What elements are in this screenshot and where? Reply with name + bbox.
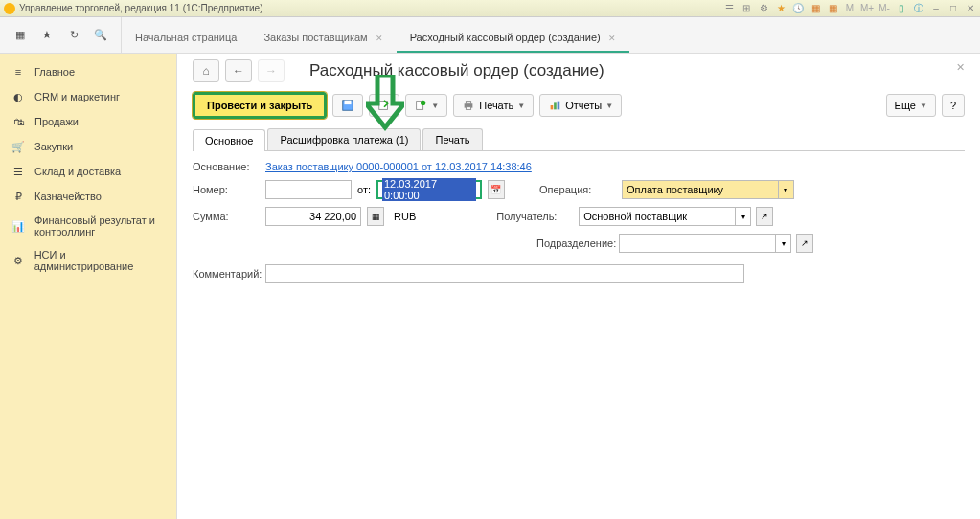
sidebar-item-warehouse[interactable]: ☰Склад и доставка bbox=[0, 159, 176, 184]
svg-rect-10 bbox=[558, 102, 560, 110]
number-label: Номер: bbox=[193, 184, 260, 195]
coin-icon: ₽ bbox=[11, 190, 25, 203]
calc-icon[interactable]: ▦ bbox=[367, 207, 384, 226]
tabs: Начальная страница Заказы поставщикам✕ Р… bbox=[122, 17, 629, 53]
title-bar: Управление торговлей, редакция 11 (1С:Пр… bbox=[0, 0, 980, 17]
post-close-button[interactable]: Провести и закрыть bbox=[193, 92, 327, 119]
comment-label: Комментарий: bbox=[193, 268, 260, 280]
recipient-label: Получатель: bbox=[496, 211, 573, 222]
chrome-icon[interactable]: ★ bbox=[775, 3, 786, 14]
subtab-main[interactable]: Основное bbox=[193, 129, 265, 151]
currency-label: RUB bbox=[394, 211, 416, 222]
dropdown-icon[interactable]: ▾ bbox=[735, 208, 750, 225]
svg-rect-1 bbox=[345, 101, 352, 104]
menu-icon: ≡ bbox=[11, 65, 25, 79]
number-input[interactable] bbox=[265, 180, 352, 199]
forward-button[interactable]: → bbox=[258, 59, 285, 82]
create-based-button[interactable]: ▼ bbox=[405, 94, 447, 117]
subtab-decode[interactable]: Расшифровка платежа (1) bbox=[267, 128, 421, 150]
svg-rect-8 bbox=[551, 105, 554, 109]
calendar-icon[interactable]: 📅 bbox=[488, 180, 505, 199]
sidebar-item-treasury[interactable]: ₽Казначейство bbox=[0, 184, 176, 209]
sum-input[interactable] bbox=[265, 207, 361, 226]
operation-label: Операция: bbox=[539, 184, 616, 195]
tab-close-icon[interactable]: ✕ bbox=[376, 34, 383, 43]
svg-rect-9 bbox=[554, 102, 557, 109]
svg-point-4 bbox=[421, 101, 425, 105]
back-button[interactable]: ← bbox=[225, 59, 252, 82]
app-icon bbox=[4, 3, 15, 14]
dropdown-icon[interactable]: ▾ bbox=[775, 235, 790, 252]
open-icon[interactable]: ↗ bbox=[756, 207, 773, 226]
content: ⌂ ← → Расходный кассовый ордер (создание… bbox=[177, 54, 980, 519]
cart-icon: 🛒 bbox=[11, 140, 25, 153]
date-input[interactable]: 12.03.2017 0:00:00 bbox=[376, 180, 482, 199]
bag-icon: 🛍 bbox=[11, 115, 25, 128]
chrome-calc-icon[interactable]: ▯ bbox=[896, 3, 907, 14]
info-icon[interactable]: ⓘ bbox=[913, 3, 924, 14]
chrome-icon[interactable]: M+ bbox=[861, 3, 873, 14]
chrome-icon[interactable]: ▦ bbox=[809, 3, 821, 14]
window-title: Управление торговлей, редакция 11 (1С:Пр… bbox=[19, 3, 723, 13]
reports-button[interactable]: Отчеты▼ bbox=[539, 94, 622, 117]
chrome-icon[interactable]: 🕓 bbox=[792, 3, 804, 14]
chrome-icon[interactable]: M bbox=[844, 3, 855, 14]
chrome-icon[interactable]: ⊞ bbox=[741, 3, 752, 14]
sidebar-item-purchases[interactable]: 🛒Закупки bbox=[0, 134, 176, 159]
sum-label: Сумма: bbox=[193, 211, 260, 222]
chrome-icon[interactable]: ⚙ bbox=[758, 3, 769, 14]
search-icon[interactable]: 🔍 bbox=[92, 27, 109, 44]
more-button[interactable]: Еще▼ bbox=[886, 94, 936, 117]
sidebar-item-main[interactable]: ≡Главное bbox=[0, 59, 176, 84]
star-icon[interactable]: ★ bbox=[38, 27, 56, 44]
history-icon[interactable]: ↻ bbox=[65, 27, 82, 44]
sidebar-item-sales[interactable]: 🛍Продажи bbox=[0, 109, 176, 134]
sub-tabs: Основное Расшифровка платежа (1) Печать bbox=[193, 128, 965, 151]
gear-icon: ⚙ bbox=[11, 254, 25, 267]
dropdown-icon[interactable]: ▾ bbox=[778, 181, 793, 198]
tab-orders[interactable]: Заказы поставщикам✕ bbox=[250, 22, 396, 53]
svg-rect-7 bbox=[467, 107, 471, 110]
comment-input[interactable] bbox=[265, 264, 744, 283]
basis-label: Основание: bbox=[193, 161, 260, 172]
division-select[interactable]: ▾ bbox=[619, 234, 791, 253]
close-page-icon[interactable]: ✕ bbox=[956, 61, 965, 74]
help-button[interactable]: ? bbox=[942, 94, 965, 117]
sidebar-item-finance[interactable]: 📊Финансовый результат и контроллинг bbox=[0, 209, 176, 243]
operation-select[interactable]: Оплата поставщику▾ bbox=[622, 180, 794, 199]
tab-cash-order[interactable]: Расходный кассовый ордер (создание)✕ bbox=[397, 22, 629, 53]
bars-icon: 📊 bbox=[11, 219, 25, 233]
sidebar-item-crm[interactable]: ◐CRM и маркетинг bbox=[0, 84, 176, 109]
post-button[interactable] bbox=[369, 94, 399, 117]
apps-icon[interactable]: ▦ bbox=[11, 27, 29, 44]
division-label: Подразделение: bbox=[536, 237, 613, 249]
open-icon[interactable]: ↗ bbox=[796, 234, 813, 253]
close-icon[interactable]: ✕ bbox=[965, 3, 976, 14]
subtab-print[interactable]: Печать bbox=[422, 128, 482, 150]
minimize-icon[interactable]: – bbox=[930, 3, 942, 14]
print-button[interactable]: Печать▼ bbox=[453, 94, 534, 117]
page-title: Расходный кассовый ордер (создание) bbox=[309, 61, 604, 80]
top-bar: ▦ ★ ↻ 🔍 Начальная страница Заказы постав… bbox=[0, 17, 980, 54]
save-button[interactable] bbox=[332, 94, 363, 117]
home-button[interactable]: ⌂ bbox=[193, 59, 219, 82]
svg-rect-6 bbox=[467, 102, 471, 104]
pie-icon: ◐ bbox=[11, 90, 25, 103]
chrome-icon[interactable]: ▦ bbox=[827, 3, 838, 14]
chrome-icon[interactable]: ☰ bbox=[723, 3, 735, 14]
chrome-icon[interactable]: M- bbox=[878, 3, 890, 14]
tab-close-icon[interactable]: ✕ bbox=[608, 34, 616, 43]
stack-icon: ☰ bbox=[11, 165, 25, 178]
recipient-select[interactable]: Основной поставщик▾ bbox=[579, 207, 751, 226]
tab-start[interactable]: Начальная страница bbox=[122, 22, 250, 53]
maximize-icon[interactable]: □ bbox=[947, 3, 959, 14]
sidebar-item-admin[interactable]: ⚙НСИ и администрирование bbox=[0, 243, 176, 278]
from-label: от: bbox=[357, 184, 371, 195]
basis-link[interactable]: Заказ поставщику 0000-000001 от 12.03.20… bbox=[265, 161, 532, 172]
chrome-icons: ☰ ⊞ ⚙ ★ 🕓 ▦ ▦ M M+ M- ▯ ⓘ – □ ✕ bbox=[723, 3, 976, 14]
sidebar: ≡Главное ◐CRM и маркетинг 🛍Продажи 🛒Заку… bbox=[0, 54, 177, 519]
